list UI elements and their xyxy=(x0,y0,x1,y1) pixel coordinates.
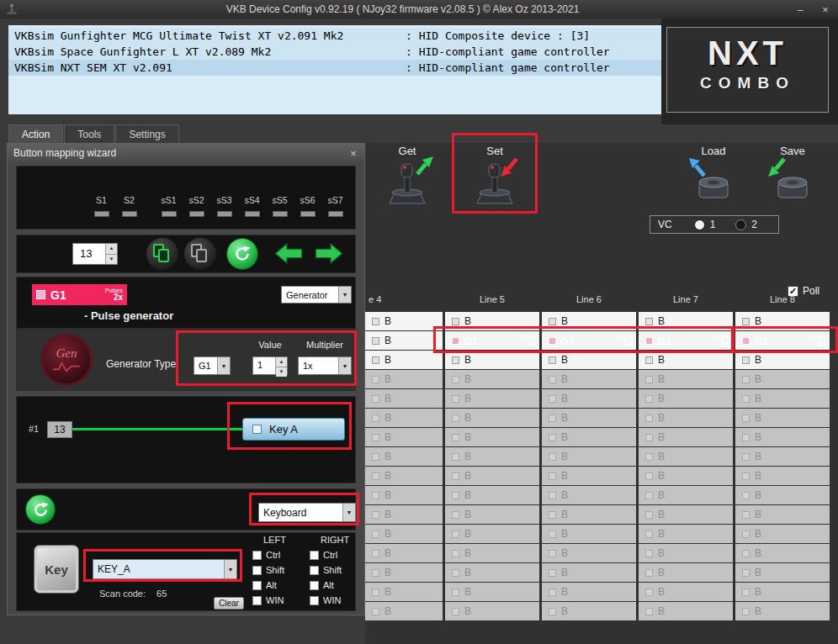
state-slot[interactable]: sS5 xyxy=(266,195,294,220)
mapping-cell[interactable]: B xyxy=(735,486,830,504)
mapping-cell[interactable]: B xyxy=(639,563,733,582)
modifier-right-alt[interactable]: Alt xyxy=(310,580,357,590)
minimize-button[interactable]: – xyxy=(788,3,813,16)
mapping-cell[interactable]: B xyxy=(639,428,733,446)
mapping-cell[interactable]: B xyxy=(639,389,733,408)
mapping-cell[interactable]: B xyxy=(542,389,636,408)
mapping-cell[interactable]: B xyxy=(365,331,443,350)
checkbox-icon[interactable] xyxy=(310,581,319,590)
g1-pulse-badge[interactable]: G1 Pulses 2x xyxy=(32,284,127,305)
generator-type-select[interactable]: G1 ▼ xyxy=(194,356,231,375)
mapping-cell[interactable]: B xyxy=(365,409,443,427)
mapping-cell[interactable]: B xyxy=(639,486,733,504)
modifier-right-ctrl[interactable]: Ctrl xyxy=(310,550,357,560)
device-row[interactable]: VKBsim Gunfighter MCG Ultimate Twist XT … xyxy=(8,28,661,44)
mapping-cell[interactable]: B xyxy=(735,351,830,369)
chevron-down-icon[interactable]: ▼ xyxy=(217,357,230,374)
mapping-cell[interactable]: B xyxy=(735,583,830,601)
mapping-cell[interactable]: B xyxy=(639,602,733,620)
mapping-cell[interactable]: B xyxy=(735,563,830,582)
chevron-down-icon[interactable]: ▼ xyxy=(342,504,355,521)
spin-down-icon[interactable]: ▼ xyxy=(106,255,117,265)
mapping-cell[interactable]: B xyxy=(365,312,443,330)
checkbox-icon[interactable] xyxy=(252,551,262,560)
mapping-cell[interactable]: B xyxy=(445,409,539,427)
mapping-cell-g1[interactable]: G1Pulses1x xyxy=(639,331,733,350)
button-number-spinner[interactable]: 13 ▲ ▼ xyxy=(72,243,118,265)
key-select[interactable]: KEY_A ▼ xyxy=(93,559,237,579)
target-device-select[interactable]: Keyboard ▼ xyxy=(258,503,356,522)
set-button[interactable]: Set xyxy=(464,145,525,209)
mapping-cell[interactable]: B xyxy=(365,351,443,369)
vc-radio-2[interactable] xyxy=(735,219,746,230)
mapping-cell[interactable]: B xyxy=(735,447,830,466)
mapping-cell[interactable]: B xyxy=(445,486,539,504)
value-spinner[interactable]: 1 ▲ ▼ xyxy=(252,356,288,375)
mapping-cell[interactable]: B xyxy=(735,370,830,388)
checkbox-icon[interactable] xyxy=(252,596,262,605)
spin-up-icon[interactable]: ▲ xyxy=(276,357,287,367)
state-slot[interactable]: sS7 xyxy=(321,195,349,220)
mapping-cell[interactable]: B xyxy=(639,370,733,388)
modifier-left-shift[interactable]: Shift xyxy=(252,565,300,575)
tab-action[interactable]: Action xyxy=(8,124,63,143)
state-slot[interactable]: S2 xyxy=(115,195,143,220)
apply-button[interactable] xyxy=(226,238,258,270)
next-button-button[interactable] xyxy=(314,242,344,268)
mapping-cell[interactable]: B xyxy=(542,525,636,543)
action-type-select[interactable]: Generator ▼ xyxy=(281,286,352,304)
mapping-cell[interactable]: B xyxy=(445,505,539,524)
device-row[interactable]: VKBsim Space Gunfighter L XT v2.089 Mk2 … xyxy=(8,44,661,60)
mapping-cell[interactable]: B xyxy=(542,312,636,330)
modifier-left-alt[interactable]: Alt xyxy=(252,580,300,590)
chevron-down-icon[interactable]: ▼ xyxy=(338,287,351,303)
mapping-cell-g1[interactable]: G1Pulses1x xyxy=(445,331,539,350)
mapping-cell[interactable]: B xyxy=(445,389,539,408)
checkbox-icon[interactable] xyxy=(310,551,319,560)
state-slot[interactable]: sS1 xyxy=(155,195,183,220)
mapping-cell[interactable]: B xyxy=(365,525,443,543)
mapping-cell[interactable]: B xyxy=(445,467,539,485)
mapping-cell[interactable]: B xyxy=(365,583,443,601)
mapping-cell[interactable]: B xyxy=(365,428,443,446)
mapping-cell[interactable]: B xyxy=(445,447,539,466)
mapping-cell-g1[interactable]: G1Pulses1x xyxy=(735,331,830,350)
mapping-cell[interactable]: B xyxy=(365,563,443,582)
modifier-right-shift[interactable]: Shift xyxy=(310,565,357,575)
prev-button-button[interactable] xyxy=(273,242,304,268)
line-button-number[interactable]: 13 xyxy=(47,421,72,438)
mapping-cell[interactable]: B xyxy=(542,467,636,485)
state-slot[interactable]: S1 xyxy=(88,195,115,220)
mapping-cell[interactable]: B xyxy=(445,370,539,388)
mapping-cell[interactable]: B xyxy=(639,525,733,543)
mapping-cell[interactable]: B xyxy=(365,370,443,388)
mapping-cell[interactable]: B xyxy=(542,370,636,388)
mapping-cell[interactable]: B xyxy=(365,505,443,524)
close-button[interactable]: × xyxy=(813,3,838,16)
mapping-cell[interactable]: B xyxy=(445,544,539,562)
mapping-cell[interactable]: B xyxy=(735,312,830,330)
multiplier-select[interactable]: 1x ▼ xyxy=(298,356,352,375)
chevron-down-icon[interactable]: ▼ xyxy=(224,560,236,578)
mapping-cell[interactable]: B xyxy=(445,428,539,446)
mapping-cell[interactable]: B xyxy=(542,409,636,427)
mapping-cell[interactable]: B xyxy=(365,602,443,620)
vc-radio-1[interactable] xyxy=(694,219,705,230)
state-slot[interactable]: sS6 xyxy=(294,195,321,220)
checkbox-icon[interactable] xyxy=(310,566,319,575)
mapping-cell[interactable]: B xyxy=(365,389,443,408)
mapping-cell[interactable]: B xyxy=(542,351,636,369)
paste-button[interactable] xyxy=(184,238,216,270)
tab-settings[interactable]: Settings xyxy=(115,124,178,143)
refresh-button[interactable] xyxy=(25,494,56,525)
state-slot[interactable]: sS3 xyxy=(210,195,238,220)
mapping-cell[interactable]: B xyxy=(735,409,830,427)
wizard-close-icon[interactable]: × xyxy=(342,147,364,160)
mapping-cell[interactable]: B xyxy=(445,312,539,330)
load-button[interactable]: Load xyxy=(683,145,744,209)
mapping-cell[interactable]: B xyxy=(639,312,733,330)
mapping-cell[interactable]: B xyxy=(445,351,539,369)
mapping-cell[interactable]: B xyxy=(735,602,830,620)
copy-button[interactable] xyxy=(146,238,178,270)
checkbox-icon[interactable] xyxy=(252,581,262,590)
